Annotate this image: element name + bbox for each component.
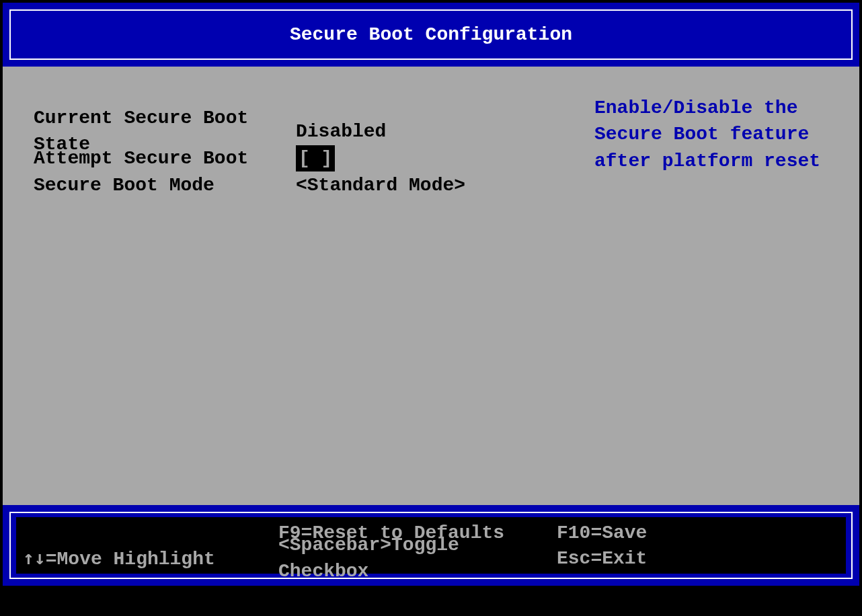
setting-value-attempt[interactable]: [ ] <box>296 145 335 171</box>
header-inner: Secure Boot Configuration <box>9 9 853 60</box>
footer-hint-esc: Esc=Exit <box>557 545 846 572</box>
setting-row-attempt-secure-boot[interactable]: Attempt Secure Boot [ ] <box>34 145 594 171</box>
main-area: Current Secure Boot State Disabled Attem… <box>3 67 859 505</box>
setting-label: Attempt Secure Boot <box>34 145 296 171</box>
setting-row-current-state: Current Secure Boot State Disabled <box>34 118 594 145</box>
footer-hint-f10: F10=Save <box>557 520 846 546</box>
footer-row-2: ↑↓=Move Highlight <Spacebar>Toggle Check… <box>16 545 846 571</box>
footer-content: F9=Reset to Defaults F10=Save ↑↓=Move Hi… <box>16 517 846 574</box>
help-panel: Enable/Disable the Secure Boot feature a… <box>594 67 859 505</box>
footer-bar: F9=Reset to Defaults F10=Save ↑↓=Move Hi… <box>3 505 859 586</box>
help-text-line: Enable/Disable the <box>594 95 839 121</box>
help-text-line: after platform reset <box>594 148 839 174</box>
setting-value-current-state: Disabled <box>296 118 386 145</box>
page-title: Secure Boot Configuration <box>290 24 572 45</box>
arrow-up-down-icon: ↑↓ <box>23 547 46 569</box>
setting-label: Secure Boot Mode <box>34 172 296 198</box>
checkbox-attempt-secure-boot[interactable]: [ ] <box>296 145 335 171</box>
settings-column: Current Secure Boot State Disabled Attem… <box>3 67 594 505</box>
help-text-line: Secure Boot feature <box>594 121 839 147</box>
footer-hint-spacebar: <Spacebar>Toggle Checkbox <box>278 532 557 584</box>
footer-inner: F9=Reset to Defaults F10=Save ↑↓=Move Hi… <box>9 512 853 579</box>
header-bar: Secure Boot Configuration <box>3 3 859 67</box>
footer-hint-move-text: =Move Highlight <box>46 549 215 570</box>
setting-value-mode[interactable]: <Standard Mode> <box>296 172 465 198</box>
setting-row-secure-boot-mode[interactable]: Secure Boot Mode <Standard Mode> <box>34 171 594 198</box>
footer-hint-move: ↑↓=Move Highlight <box>16 545 278 572</box>
bios-screen: Secure Boot Configuration Current Secure… <box>0 0 862 616</box>
